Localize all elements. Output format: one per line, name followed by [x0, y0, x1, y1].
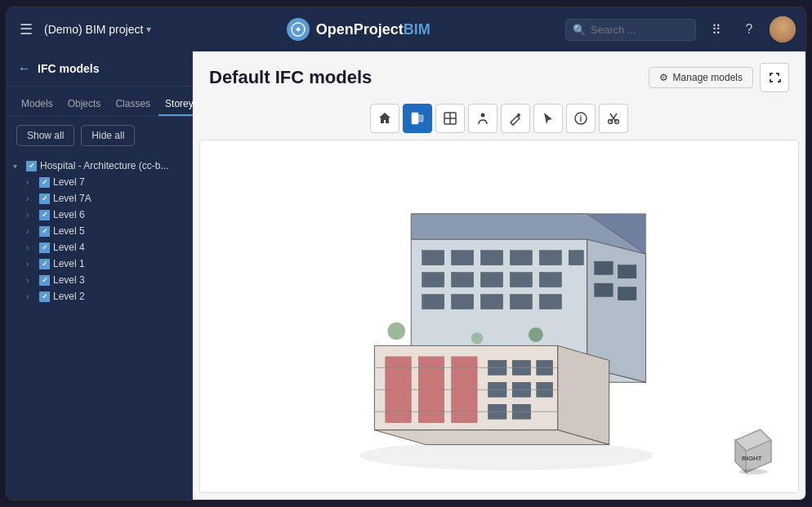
tree-label-level7a: Level 7A — [53, 193, 91, 204]
tab-models[interactable]: Models — [15, 93, 60, 116]
person-view-tool-button[interactable] — [468, 104, 497, 133]
sidebar: ← IFC models Models Objects Classes Stor… — [7, 51, 193, 500]
hide-all-button[interactable]: Hide all — [81, 125, 135, 146]
expander-level6[interactable]: › — [26, 211, 36, 220]
hamburger-menu[interactable]: ☰ — [16, 17, 36, 42]
help-button[interactable]: ? — [737, 17, 761, 42]
cursor-icon — [541, 111, 555, 126]
tree-label-level1: Level 1 — [53, 258, 85, 269]
tree-item-level7[interactable]: › Level 7 — [7, 174, 192, 190]
search-bar[interactable]: 🔍 — [565, 19, 696, 41]
checkbox-level6[interactable] — [39, 210, 50, 220]
main-body: ← IFC models Models Objects Classes Stor… — [7, 51, 805, 500]
tree-label-level3: Level 3 — [53, 274, 85, 286]
storey-tree: ▾ Hospital - Architecture (cc-b... › Lev… — [7, 154, 192, 500]
expander-level7a[interactable]: › — [26, 194, 36, 203]
content-area: Default IFC models ⚙ Manage models — [193, 51, 805, 500]
tree-item-level2[interactable]: › Level 2 — [7, 288, 192, 305]
tree-item-level1[interactable]: › Level 1 — [7, 256, 192, 272]
expander-level1[interactable]: › — [26, 260, 36, 269]
paint-icon — [508, 111, 523, 126]
orientation-cube[interactable]: RIGHT — [725, 419, 782, 476]
tree-label-root: Hospital - Architecture (cc-b... — [40, 160, 168, 171]
fullscreen-icon — [768, 71, 781, 84]
svg-point-68 — [739, 469, 768, 474]
cursor-tool-button[interactable] — [533, 104, 563, 133]
tree-item-level5[interactable]: › Level 5 — [7, 223, 192, 239]
checkbox-level5[interactable] — [39, 226, 50, 237]
back-button[interactable]: ← — [18, 61, 31, 76]
svg-rect-23 — [422, 251, 444, 265]
cut-tool-button[interactable] — [599, 104, 628, 133]
svg-rect-32 — [510, 273, 532, 287]
project-chevron-icon: ▾ — [146, 24, 151, 35]
svg-rect-37 — [510, 295, 532, 309]
svg-rect-26 — [510, 251, 532, 265]
expander-level7[interactable]: › — [26, 178, 36, 187]
svg-rect-42 — [618, 287, 636, 300]
tab-objects[interactable]: Objects — [61, 93, 108, 116]
svg-rect-24 — [452, 251, 474, 265]
app-container: ☰ (Demo) BIM project ▾ OpenProjectBIM 🔍 … — [6, 7, 806, 500]
tab-classes[interactable]: Classes — [109, 93, 157, 116]
checkbox-level4[interactable] — [39, 242, 50, 253]
content-header: Default IFC models ⚙ Manage models — [193, 51, 805, 100]
building-model-svg — [200, 140, 798, 492]
expander-level4[interactable]: › — [26, 243, 36, 252]
top-nav: ☰ (Demo) BIM project ▾ OpenProjectBIM 🔍 … — [7, 7, 805, 51]
manage-models-button[interactable]: ⚙ Manage models — [649, 67, 753, 88]
tree-item-level6[interactable]: › Level 6 — [7, 207, 192, 223]
sidebar-tabs: Models Objects Classes Storeys — [7, 87, 192, 117]
svg-point-6 — [481, 113, 485, 118]
svg-rect-29 — [422, 273, 444, 287]
tree-item-level7a[interactable]: › Level 7A — [7, 190, 192, 207]
search-input[interactable] — [591, 24, 689, 36]
checkbox-level7[interactable] — [39, 177, 50, 188]
search-icon: 🔍 — [573, 24, 586, 36]
3d-viewer[interactable]: RIGHT — [199, 140, 799, 493]
checkbox-level3[interactable] — [39, 275, 50, 286]
svg-point-17 — [359, 441, 653, 470]
checkbox-root[interactable] — [26, 161, 37, 171]
viewer-toolbar: i — [193, 100, 805, 140]
svg-rect-41 — [595, 283, 613, 296]
svg-rect-27 — [539, 251, 561, 265]
svg-line-14 — [610, 113, 613, 118]
avatar[interactable] — [770, 16, 796, 42]
svg-rect-2 — [417, 115, 423, 122]
svg-point-7 — [517, 113, 520, 117]
expander-root[interactable]: ▾ — [13, 162, 23, 171]
svg-marker-44 — [558, 345, 609, 444]
app-logo: OpenProjectBIM — [159, 18, 557, 41]
home-tool-button[interactable] — [370, 104, 399, 133]
expander-level3[interactable]: › — [26, 276, 36, 285]
project-name[interactable]: (Demo) BIM project ▾ — [44, 23, 151, 36]
svg-rect-31 — [481, 273, 503, 287]
svg-line-15 — [613, 113, 617, 118]
info-icon: i — [573, 111, 588, 126]
manage-icon: ⚙ — [659, 72, 668, 83]
tree-label-level2: Level 2 — [53, 291, 85, 302]
paint-tool-button[interactable] — [501, 104, 530, 133]
home-icon — [377, 111, 392, 126]
checkbox-level7a[interactable] — [39, 193, 50, 204]
logo-icon — [287, 18, 310, 41]
tree-item-level4[interactable]: › Level 4 — [7, 239, 192, 256]
expander-level5[interactable]: › — [26, 227, 36, 236]
expander-level2[interactable]: › — [26, 292, 36, 301]
section-tool-button[interactable] — [435, 104, 465, 133]
info-tool-button[interactable]: i — [566, 104, 596, 133]
tree-item-root[interactable]: ▾ Hospital - Architecture (cc-b... — [7, 158, 192, 174]
tree-label-level4: Level 4 — [53, 242, 85, 253]
fullscreen-button[interactable] — [760, 63, 789, 92]
checkbox-level2[interactable] — [39, 291, 50, 302]
svg-rect-30 — [452, 273, 474, 287]
tree-item-level3[interactable]: › Level 3 — [7, 272, 192, 288]
svg-rect-34 — [422, 295, 444, 309]
3d-view-tool-button[interactable] — [403, 104, 432, 133]
show-all-button[interactable]: Show all — [16, 125, 74, 146]
svg-point-61 — [529, 327, 543, 342]
checkbox-level1[interactable] — [39, 259, 50, 269]
apps-grid-button[interactable]: ⠿ — [704, 17, 729, 42]
svg-rect-25 — [481, 251, 503, 265]
